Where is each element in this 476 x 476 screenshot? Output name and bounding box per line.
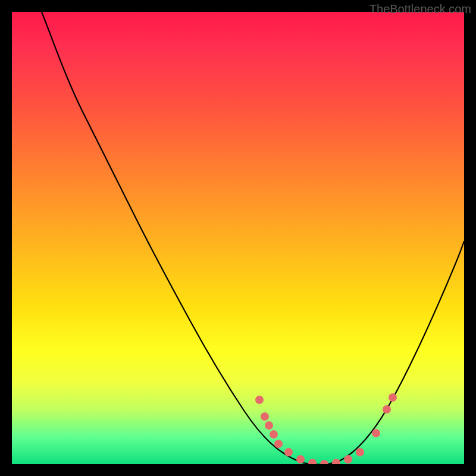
data-point bbox=[255, 396, 264, 404]
plot-area bbox=[12, 12, 464, 464]
data-point bbox=[389, 393, 397, 402]
data-point bbox=[274, 440, 283, 448]
data-point bbox=[284, 448, 293, 456]
data-point bbox=[372, 429, 380, 437]
chart-container: TheBottleneck.com bbox=[0, 0, 476, 476]
data-point bbox=[356, 448, 364, 456]
data-point bbox=[261, 412, 269, 421]
data-point bbox=[383, 405, 391, 414]
chart-svg bbox=[12, 12, 464, 464]
watermark-text: TheBottleneck.com bbox=[369, 2, 471, 16]
data-point bbox=[332, 459, 340, 464]
data-points bbox=[255, 393, 397, 464]
data-point bbox=[296, 455, 305, 464]
data-point bbox=[308, 459, 317, 464]
data-point bbox=[270, 430, 278, 439]
curve-path bbox=[42, 12, 464, 464]
data-point bbox=[265, 421, 273, 430]
data-point bbox=[320, 460, 328, 464]
data-point bbox=[344, 455, 352, 464]
